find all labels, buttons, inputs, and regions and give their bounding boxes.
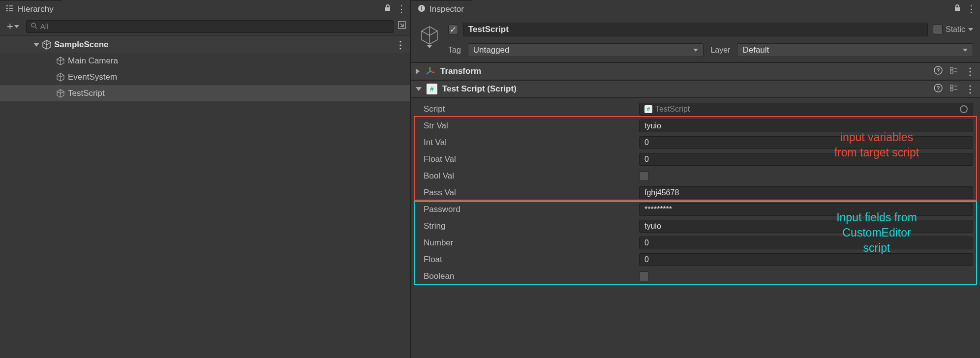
gameobject-icon xyxy=(55,88,66,99)
text-input[interactable]: fghj45678 xyxy=(639,186,973,199)
property-row: Script # TestScript xyxy=(418,101,973,118)
text-input[interactable]: 0 xyxy=(639,253,973,266)
property-label: Int Val xyxy=(418,138,634,148)
property-label: Number xyxy=(418,238,634,248)
property-row: Pass Val fghj45678 xyxy=(418,184,973,201)
layer-value: Default xyxy=(742,45,769,55)
kebab-icon[interactable]: ⋮ xyxy=(396,39,405,51)
help-icon[interactable]: ? xyxy=(934,84,943,95)
bool-checkbox[interactable] xyxy=(639,271,649,281)
inspector-tab-bar: i Inspector ⋮ xyxy=(411,0,980,18)
transform-header[interactable]: Transform ? ⋮ xyxy=(411,62,980,80)
gameobject-large-icon[interactable] xyxy=(416,23,443,50)
foldout-icon[interactable] xyxy=(416,87,422,91)
foldout-icon[interactable] xyxy=(33,43,39,47)
svg-line-7 xyxy=(35,27,37,29)
hierarchy-toolbar: + All xyxy=(0,18,410,35)
chevron-down-icon xyxy=(427,45,432,48)
inspector-tab[interactable]: i Inspector xyxy=(411,1,472,18)
svg-line-12 xyxy=(430,71,434,73)
hierarchy-item[interactable]: TestScript xyxy=(0,85,410,101)
hierarchy-item-label: Main Camera xyxy=(68,56,118,66)
text-input[interactable]: tyuio xyxy=(639,220,973,233)
svg-text:i: i xyxy=(421,5,422,11)
chevron-down-icon xyxy=(693,49,698,52)
property-value: 0 xyxy=(644,155,649,164)
property-label: Password xyxy=(418,205,634,214)
property-row: Bool Val xyxy=(418,168,973,184)
hierarchy-icon xyxy=(5,4,14,15)
chevron-down-icon xyxy=(968,28,973,31)
kebab-icon[interactable]: ⋮ xyxy=(397,3,406,15)
hierarchy-tab-bar: Hierarchy ⋮ xyxy=(0,0,410,18)
chevron-down-icon xyxy=(14,25,19,28)
search-icon xyxy=(31,22,37,30)
layer-label: Layer xyxy=(710,46,730,55)
property-row: Float Val 0 xyxy=(418,151,973,168)
property-label: String xyxy=(418,221,634,231)
svg-line-13 xyxy=(427,71,430,74)
search-placeholder: All xyxy=(40,22,49,30)
kebab-icon[interactable]: ⋮ xyxy=(965,83,975,95)
svg-text:?: ? xyxy=(937,85,940,91)
property-value: tyuio xyxy=(644,222,661,231)
layer-dropdown[interactable]: Default xyxy=(737,43,973,57)
help-icon[interactable]: ? xyxy=(934,66,943,77)
expand-icon[interactable] xyxy=(398,21,406,32)
add-button[interactable]: + xyxy=(4,20,22,33)
hierarchy-item-label: EventSystem xyxy=(68,72,117,82)
gameobject-header: ✓ TestScript Static Tag Untagged Layer xyxy=(411,18,980,62)
hierarchy-item[interactable]: EventSystem xyxy=(0,69,410,85)
property-row: Float 0 xyxy=(418,251,973,268)
script-component-header[interactable]: # Test Script (Script) ? ⋮ xyxy=(411,80,980,98)
script-reference-value: TestScript xyxy=(655,105,690,114)
kebab-icon[interactable]: ⋮ xyxy=(965,65,975,77)
password-input[interactable]: ********* xyxy=(639,203,973,216)
transform-icon xyxy=(425,66,435,77)
property-row: Boolean xyxy=(418,268,973,285)
text-input[interactable]: 0 xyxy=(639,136,973,149)
svg-rect-16 xyxy=(950,67,953,70)
preset-icon[interactable] xyxy=(949,66,958,77)
csharp-script-icon: # xyxy=(427,84,437,94)
property-label: Script xyxy=(418,104,634,114)
lock-icon[interactable] xyxy=(384,4,392,14)
hierarchy-tab[interactable]: Hierarchy xyxy=(0,1,61,18)
text-input[interactable]: 0 xyxy=(639,237,973,249)
hierarchy-tab-label: Hierarchy xyxy=(18,4,54,14)
hierarchy-tree: SampleScene ⋮ Main Camera EventSystem Te… xyxy=(0,35,410,358)
lock-icon[interactable] xyxy=(953,4,961,14)
property-value: tyuio xyxy=(644,121,661,130)
hierarchy-item[interactable]: Main Camera xyxy=(0,53,410,69)
hierarchy-panel: Hierarchy ⋮ + All Samp xyxy=(0,0,411,358)
kebab-icon[interactable]: ⋮ xyxy=(966,3,976,15)
svg-rect-17 xyxy=(950,71,953,73)
property-label: Float Val xyxy=(418,154,634,164)
property-row: Password ********* xyxy=(418,201,973,218)
gameobject-icon xyxy=(55,72,66,83)
static-checkbox[interactable] xyxy=(933,25,943,34)
static-toggle[interactable]: Static xyxy=(933,25,973,34)
unity-icon xyxy=(41,39,52,50)
preset-icon[interactable] xyxy=(949,84,958,95)
search-input[interactable]: All xyxy=(26,20,394,33)
gameobject-name-field[interactable]: TestScript xyxy=(463,23,928,36)
property-value: ********* xyxy=(644,205,672,214)
svg-point-6 xyxy=(31,23,35,27)
property-row: Number 0 xyxy=(418,235,973,251)
scene-row[interactable]: SampleScene ⋮ xyxy=(0,36,410,53)
tag-dropdown[interactable]: Untagged xyxy=(468,43,704,57)
tag-value: Untagged xyxy=(473,45,510,55)
object-picker-icon[interactable] xyxy=(960,105,968,113)
property-row: String tyuio xyxy=(418,218,973,235)
transform-title: Transform xyxy=(440,66,481,76)
enabled-checkbox[interactable]: ✓ xyxy=(448,25,458,34)
inspector-tab-label: Inspector xyxy=(429,4,464,14)
property-value: 0 xyxy=(644,255,649,264)
foldout-icon[interactable] xyxy=(416,68,420,74)
text-input[interactable]: 0 xyxy=(639,153,973,166)
bool-checkbox[interactable] xyxy=(639,171,649,181)
text-input[interactable]: tyuio xyxy=(639,119,973,132)
tag-label: Tag xyxy=(448,46,461,55)
script-reference-field[interactable]: # TestScript xyxy=(639,103,973,116)
